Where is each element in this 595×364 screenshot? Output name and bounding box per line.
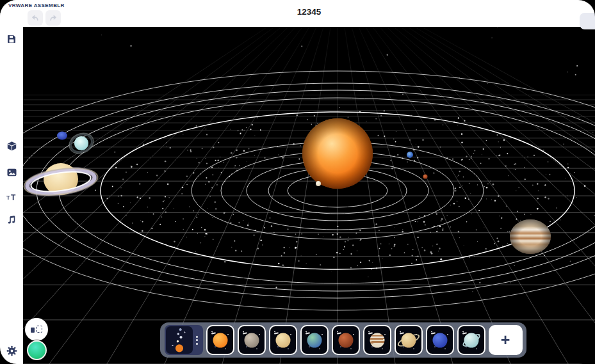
music-note-icon [6, 214, 17, 225]
scene-template-group [165, 325, 203, 355]
planet-uranus[interactable] [66, 129, 97, 157]
frame-select-icon [31, 326, 42, 334]
green-sphere-preview-button[interactable] [27, 340, 47, 360]
venus-sphere [275, 333, 290, 347]
sidebar-item-text[interactable]: T T [4, 189, 19, 204]
document-title: 12345 [23, 7, 595, 17]
sidebar-item-music[interactable] [4, 212, 19, 227]
toolbar-item-jupiter[interactable] [363, 325, 391, 355]
toolbar-item-saturn[interactable] [395, 325, 423, 355]
image-icon [6, 168, 17, 177]
svg-text:T: T [6, 194, 10, 200]
cube-icon [6, 141, 17, 152]
toolbar-item-sun[interactable] [206, 325, 234, 355]
planet-mars[interactable] [423, 175, 428, 179]
app-window: VRWARE ASSEMBLR 12345 [0, 0, 595, 364]
scene-template-thumbnail[interactable] [166, 326, 193, 354]
sidebar-item-images[interactable] [4, 164, 19, 180]
sun-sphere [213, 333, 227, 347]
mars-sphere [338, 333, 353, 347]
neptune-sphere [432, 333, 447, 347]
svg-text:T: T [11, 193, 16, 202]
scene-canvas[interactable]: + [23, 27, 595, 364]
toolbar-item-earth[interactable] [300, 325, 329, 355]
gear-icon [6, 345, 17, 356]
solar-system-scene [23, 27, 595, 364]
frame-select-button[interactable] [25, 318, 48, 341]
jupiter-sphere [370, 333, 384, 347]
toolbar-item-uranus[interactable] [457, 325, 485, 355]
scene-planets [23, 118, 551, 254]
planet-sun[interactable] [302, 118, 373, 189]
sidebar-item-settings[interactable] [4, 343, 19, 358]
toolbar-item-mars[interactable] [332, 325, 360, 355]
top-bar: VRWARE ASSEMBLR 12345 [0, 0, 595, 27]
toolbar-item-neptune[interactable] [426, 325, 454, 355]
save-icon [6, 34, 17, 44]
saturn-sphere [401, 333, 416, 347]
sidebar-item-objects[interactable] [4, 138, 19, 154]
uranus-sphere [464, 333, 478, 347]
earth-sphere [307, 333, 322, 347]
collapsed-panel-button[interactable] [580, 13, 595, 29]
toolbar-item-venus[interactable] [269, 325, 297, 355]
planet-mercury[interactable] [316, 181, 321, 186]
text-icon: T T [6, 192, 17, 202]
object-toolbar: + [160, 322, 526, 358]
planet-neptune[interactable] [57, 132, 67, 140]
planet-earth[interactable] [407, 152, 413, 158]
planet-jupiter[interactable] [510, 219, 551, 254]
add-object-button[interactable]: + [489, 325, 523, 355]
kebab-menu-icon[interactable] [193, 333, 202, 347]
sidebar-item-save[interactable] [4, 31, 19, 47]
toolbar-item-mercury[interactable] [238, 325, 266, 355]
perspective-grid [23, 27, 595, 364]
mercury-sphere [244, 333, 259, 347]
left-sidebar: T T [0, 0, 23, 364]
